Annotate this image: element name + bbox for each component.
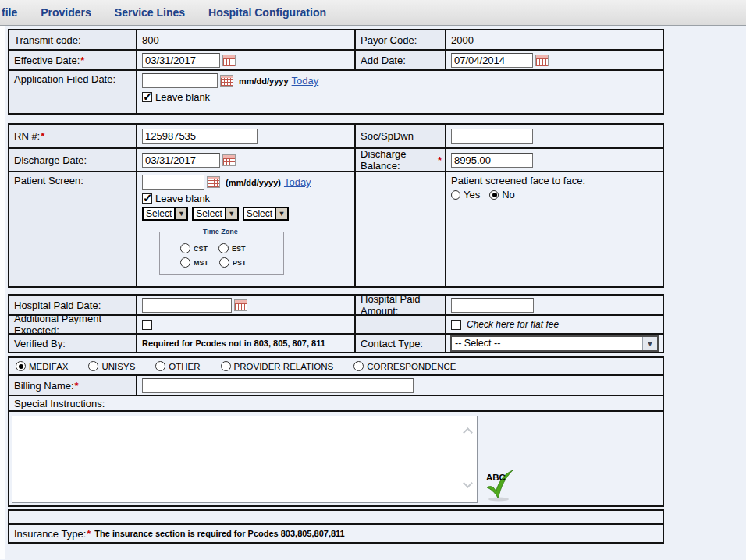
effective-date-input[interactable] [142, 53, 220, 68]
medifax-radio[interactable] [16, 361, 26, 371]
table-row: Verified By: Required for Pcodes not in … [9, 333, 663, 352]
verification-source-row: MEDIFAX UNISYS OTHER PROVIDER RELATIONS … [9, 358, 663, 374]
table-row: RN #:* Soc/SpDwn [9, 125, 663, 147]
rn-number-cell [136, 125, 354, 147]
chevron-down-icon: ▼ [225, 208, 237, 219]
add-date-label: Add Date: [354, 51, 445, 69]
face-to-face-yes-radio[interactable] [451, 190, 460, 200]
discharge-date-input[interactable] [142, 153, 220, 168]
section-insurance: Insurance Type:* The insurance section i… [8, 509, 664, 544]
payor-code-label: Payor Code: [354, 30, 445, 49]
soc-spdwn-cell [445, 125, 663, 147]
table-row: Hospital Paid Date: Hospital Paid Amount… [9, 296, 663, 314]
discharge-balance-cell [445, 149, 663, 171]
additional-payment-label: Additional Payment Expected: [9, 316, 136, 333]
provider-relations-radio[interactable] [221, 361, 231, 371]
patient-screen-label: Patient Screen: [9, 172, 136, 286]
required-asterisk: * [41, 130, 44, 142]
required-asterisk: * [87, 528, 91, 540]
table-row: Special Instructions: [9, 395, 663, 410]
required-asterisk: * [80, 55, 84, 66]
additional-payment-checkbox[interactable] [142, 320, 152, 330]
calendar-icon[interactable] [222, 55, 236, 66]
rn-number-input[interactable] [142, 129, 258, 144]
pst-radio[interactable] [219, 257, 229, 268]
insurance-type-cell: Insurance Type:* The insurance section i… [9, 525, 663, 542]
unisys-radio[interactable] [88, 361, 98, 371]
chevron-down-icon: ▼ [642, 337, 657, 350]
contact-type-select[interactable]: -- Select -- ▼ [450, 335, 659, 352]
hospital-paid-date-cell [136, 296, 354, 314]
mst-radio[interactable] [180, 257, 190, 268]
section-codes: Transmit code: 800 Payor Code: 2000 Effe… [8, 29, 664, 115]
leave-blank-label: Leave blank [155, 193, 210, 204]
add-date-input[interactable] [451, 53, 533, 68]
transmit-code-value: 800 [136, 30, 354, 49]
section-billing: MEDIFAX UNISYS OTHER PROVIDER RELATIONS … [8, 356, 664, 507]
table-row: Additional Payment Expected: Check here … [9, 314, 663, 333]
screen-time-select-3[interactable]: Select▼ [243, 207, 289, 221]
patient-screen-cell: (mm/dd/yyyy) Today Leave blank Select▼ S… [136, 172, 354, 286]
calendar-icon[interactable] [220, 75, 233, 87]
face-to-face-no-radio[interactable] [489, 190, 499, 200]
screen-time-select-2[interactable]: Select▼ [192, 207, 238, 221]
insurance-type-row: Insurance Type:* The insurance section i… [9, 523, 663, 542]
effective-date-cell [136, 51, 354, 69]
hospital-paid-amount-input[interactable] [451, 298, 534, 313]
leave-blank-label: Leave blank [155, 91, 210, 103]
billing-name-cell [136, 376, 663, 395]
calendar-icon[interactable] [207, 176, 220, 188]
calendar-icon[interactable] [535, 55, 549, 66]
soc-spdwn-label: Soc/SpDwn [354, 125, 445, 147]
spellcheck-icon[interactable]: ABC [485, 469, 516, 504]
correspondence-radio[interactable] [353, 361, 364, 371]
nav-item-file[interactable]: file [2, 6, 17, 19]
cst-radio[interactable] [180, 243, 190, 253]
contact-type-cell: -- Select -- ▼ [445, 335, 663, 352]
application-filed-date-input[interactable] [142, 73, 218, 88]
billing-name-input[interactable] [142, 378, 414, 393]
empty-cell [354, 172, 445, 286]
nav-item-providers[interactable]: Providers [41, 6, 91, 19]
calendar-icon[interactable] [234, 299, 247, 311]
scroll-up-icon[interactable] [463, 427, 473, 438]
additional-payment-cell [136, 316, 354, 333]
patient-screen-date-input[interactable] [142, 175, 204, 190]
add-date-cell [445, 51, 663, 69]
time-zone-fieldset: Time Zone CST EST MST PST [159, 228, 284, 275]
soc-spdwn-input[interactable] [451, 129, 533, 144]
date-format-hint: (mm/dd/yyyy) [226, 178, 281, 187]
table-row: ABC [9, 410, 663, 505]
contact-type-label: Contact Type: [354, 335, 445, 352]
hospital-paid-date-label: Hospital Paid Date: [9, 296, 136, 314]
hospital-paid-date-input[interactable] [142, 298, 232, 313]
table-row: Effective Date:* Add Date: [9, 49, 663, 69]
scroll-down-icon[interactable] [463, 478, 473, 488]
chevron-down-icon: ▼ [174, 208, 186, 219]
est-radio[interactable] [218, 243, 229, 253]
verified-by-label: Verified By: [9, 335, 136, 352]
calendar-icon[interactable] [222, 154, 236, 166]
effective-date-label: Effective Date:* [9, 51, 136, 69]
verified-by-note-cell: Required for Pcodes not in 803, 805, 807… [136, 335, 354, 352]
flat-fee-checkbox[interactable] [451, 320, 461, 330]
empty-cell [9, 511, 663, 523]
required-asterisk: * [75, 380, 79, 392]
discharge-balance-input[interactable] [451, 153, 533, 168]
leave-blank-checkbox[interactable] [142, 92, 152, 102]
special-instructions-label: Special Instructions: [9, 396, 663, 410]
insurance-type-label: Insurance Type: [14, 528, 86, 540]
leave-blank-checkbox[interactable] [142, 193, 152, 204]
discharge-date-cell [136, 149, 354, 171]
table-row: Transmit code: 800 Payor Code: 2000 [9, 30, 663, 49]
billing-name-label: Billing Name:* [9, 376, 136, 395]
today-link[interactable]: Today [284, 176, 311, 188]
special-instructions-textarea[interactable] [12, 416, 478, 503]
today-link[interactable]: Today [292, 75, 319, 87]
nav-item-service-lines[interactable]: Service Lines [115, 6, 185, 19]
screen-time-select-1[interactable]: Select▼ [142, 207, 188, 221]
flat-fee-cell: Check here for flat fee [445, 316, 663, 333]
nav-item-hospital-configuration[interactable]: Hospital Configuration [208, 6, 326, 19]
table-row: Application Filed Date: mm/dd/yyyy Today… [9, 69, 663, 113]
other-radio[interactable] [155, 361, 165, 371]
